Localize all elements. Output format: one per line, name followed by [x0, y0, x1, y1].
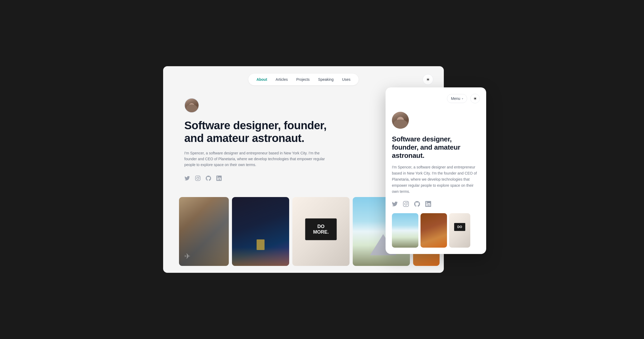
- menu-button[interactable]: Menu ▾: [447, 94, 467, 103]
- mobile-social-icons: [392, 201, 480, 207]
- mobile-avatar: [392, 112, 409, 129]
- mobile-github-icon[interactable]: [414, 201, 420, 207]
- theme-toggle-button[interactable]: ☀: [423, 74, 433, 85]
- hero-title: Software designer, founder, and amateur …: [184, 119, 327, 145]
- mobile-photo-strip: [386, 213, 486, 248]
- linkedin-icon[interactable]: [216, 175, 222, 181]
- nav-item-about[interactable]: About: [253, 76, 271, 83]
- avatar: [184, 98, 199, 113]
- mobile-hero-description: I'm Spencer, a software designer and ent…: [392, 164, 480, 195]
- hero-description: I'm Spencer, a software designer and ent…: [184, 150, 327, 168]
- chevron-down-icon: ▾: [462, 97, 463, 100]
- mobile-header: Menu ▾ ☀: [392, 94, 480, 103]
- photo-monitor: [292, 197, 350, 266]
- mobile-linkedin-icon[interactable]: [425, 201, 431, 207]
- nav-item-articles[interactable]: Articles: [272, 76, 292, 83]
- nav-item-speaking[interactable]: Speaking: [314, 76, 337, 83]
- mobile-theme-toggle-button[interactable]: ☀: [470, 94, 480, 103]
- photo-cockpit: [179, 197, 229, 266]
- mobile-photo-do-more: [449, 213, 470, 248]
- mobile-photo-mountain: [392, 213, 418, 248]
- github-icon[interactable]: [205, 175, 211, 181]
- twitter-icon[interactable]: [184, 175, 190, 181]
- menu-label: Menu: [451, 96, 460, 101]
- photo-stage: [232, 197, 289, 266]
- instagram-icon[interactable]: [195, 175, 201, 181]
- nav-pills: About Articles Projects Speaking Uses: [248, 74, 358, 85]
- nav-item-projects[interactable]: Projects: [293, 76, 314, 83]
- mobile-instagram-icon[interactable]: [403, 201, 409, 207]
- nav-item-uses[interactable]: Uses: [338, 76, 354, 83]
- mobile-twitter-icon[interactable]: [392, 201, 398, 207]
- mobile-card: Menu ▾ ☀ Software designer, founder, and…: [386, 87, 486, 254]
- mobile-photo-red: [421, 213, 447, 248]
- mobile-hero-title: Software designer, founder, and amateur …: [392, 135, 480, 160]
